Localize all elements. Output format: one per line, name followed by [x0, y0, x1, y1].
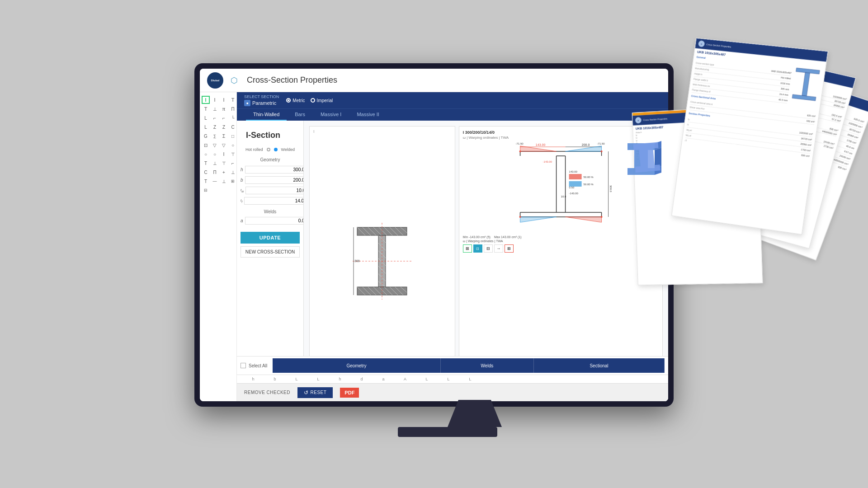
section-icon-2[interactable]: I	[220, 96, 228, 104]
section-icon-30[interactable]: ⊤	[220, 159, 228, 167]
svg-text:10.0: 10.0	[561, 195, 566, 198]
section-type-label[interactable]: Parametric	[252, 100, 276, 106]
section-icon-26[interactable]: I	[220, 150, 228, 158]
col-b: b	[266, 377, 284, 381]
section-icon-6[interactable]: π	[220, 105, 228, 113]
section-icon-24[interactable]: ○	[202, 150, 210, 158]
param-tf-input[interactable]	[244, 197, 304, 205]
section-icon-15[interactable]: C	[229, 123, 237, 131]
section-icon-5[interactable]: ⊥	[211, 105, 219, 113]
select-all-row: Select All	[241, 363, 267, 368]
section-icon-11[interactable]: └	[229, 114, 237, 122]
param-tw-label: tw	[241, 188, 244, 193]
tab-geometry[interactable]: Geometry	[273, 358, 441, 373]
metric-radio[interactable]: Metric	[286, 98, 305, 103]
section-icon-38[interactable]: ⊥	[220, 177, 228, 185]
select-all-checkbox[interactable]	[241, 363, 246, 368]
col-d: d	[353, 377, 371, 381]
report-header-title-1: Cross-Section Properties	[706, 43, 731, 48]
section-icon-10[interactable]: ⌐	[220, 114, 228, 122]
section-icon-25[interactable]: ○	[211, 150, 219, 158]
welded-dot[interactable]	[274, 148, 278, 151]
new-section-button[interactable]: NEW CROSS-SECTION	[241, 246, 300, 258]
section-icon-13[interactable]: Z	[211, 123, 219, 131]
warping-footnote: ω | Warping ordinates | TWA	[463, 239, 659, 243]
tab-welds[interactable]: Welds	[441, 358, 534, 373]
section-icon-3[interactable]: T	[229, 96, 237, 104]
svg-text:-143.00: -143.00	[542, 160, 552, 163]
section-icon-8[interactable]: L	[202, 114, 210, 122]
section-icon-21[interactable]: ▽	[211, 141, 219, 149]
param-a-input[interactable]	[245, 217, 304, 225]
section-icon-14[interactable]: Z	[220, 123, 228, 131]
section-icon-4[interactable]: T	[202, 105, 210, 113]
section-icon-36[interactable]: T	[202, 177, 210, 185]
3d-icon	[618, 139, 664, 179]
warp-toolbar: ⊞ ⊡ ⊟ → ⊞	[463, 244, 659, 253]
svg-point-55	[519, 216, 521, 218]
welded-label: Welded	[281, 147, 295, 152]
section-icon-31[interactable]: ⌐	[229, 159, 237, 167]
section-icon-32[interactable]: C	[202, 168, 210, 176]
param-tf-label: tf	[241, 198, 242, 203]
section-icon-12[interactable]: L	[202, 123, 210, 131]
welds-label: Welds	[241, 209, 300, 214]
pdf-button[interactable]: PDF	[340, 388, 359, 398]
remove-checked-button[interactable]: REMOVE CHECKED	[244, 390, 290, 395]
section-icon-28[interactable]: T	[202, 159, 210, 167]
reset-icon: ↺	[304, 389, 309, 396]
warp-min: -143.00	[469, 235, 480, 239]
content-inner: I-Section Hot rolled Welded Geometry h	[237, 121, 668, 401]
section-icon-23[interactable]: ○	[229, 141, 237, 149]
tab-sectional-area[interactable]: Sectional	[534, 358, 665, 373]
update-button[interactable]: UPDATE	[241, 232, 300, 244]
section-icon-16[interactable]: G	[202, 132, 210, 140]
app-title: Cross-Section Properties	[247, 75, 337, 85]
tab-bars[interactable]: Bars	[288, 109, 312, 121]
section-icon-9[interactable]: ⌐	[211, 114, 219, 122]
svg-rect-72	[796, 68, 820, 74]
warping-title: I 300/200/10/14/0	[463, 130, 659, 135]
section-icon-27[interactable]: ⊤	[229, 150, 237, 158]
param-b-input[interactable]	[245, 176, 304, 184]
section-icon-1[interactable]: I	[211, 96, 219, 104]
section-icon-17[interactable]: ∑	[211, 132, 219, 140]
section-icon-35[interactable]: ⊥	[229, 168, 237, 176]
warp-icon-5[interactable]: ⊞	[505, 244, 514, 253]
param-h-input[interactable]	[245, 166, 304, 174]
svg-text:-143.00: -143.00	[569, 192, 578, 195]
reset-button[interactable]: ↺ RESET	[297, 387, 333, 398]
section-icon-19[interactable]: □	[229, 132, 237, 140]
rolled-welded-toggle: Hot rolled Welded	[241, 147, 300, 152]
warp-icon-4[interactable]: →	[494, 244, 503, 253]
section-icon-29[interactable]: ⊥	[211, 159, 219, 167]
section-icon-18[interactable]: Σ	[220, 132, 228, 140]
warp-icon-2[interactable]: ⊡	[473, 244, 482, 253]
tab-thin-walled[interactable]: Thin-Walled	[246, 109, 287, 121]
radio-group: Metric Imperial	[286, 98, 333, 103]
tab-massive-i[interactable]: Massive I	[313, 109, 349, 121]
svg-point-54	[600, 150, 602, 152]
section-icon-39[interactable]: ⊞	[229, 177, 237, 185]
section-icon-33[interactable]: П	[211, 168, 219, 176]
imperial-radio[interactable]: Imperial	[311, 98, 333, 103]
bottom-section: Select All Geometry Welds Sectional	[237, 356, 668, 401]
section-icon-20[interactable]: ⊡	[202, 141, 210, 149]
section-icon-37[interactable]: —	[211, 177, 219, 185]
hot-rolled-dot[interactable]	[267, 148, 270, 151]
param-tw-input[interactable]	[245, 187, 304, 194]
param-tf: tf mm	[241, 197, 300, 205]
metric-radio-dot	[286, 98, 291, 103]
section-icon-40[interactable]: ⊟	[202, 186, 210, 194]
bottom-tab-tabs: Geometry Welds Sectional	[273, 358, 665, 373]
report-paper-3: D Cross-Section Properties UKB 1016x305x…	[703, 65, 868, 260]
section-icon-7[interactable]: П	[229, 105, 237, 113]
i-section-svg: 300	[353, 221, 411, 302]
section-icon-22[interactable]: ▽	[220, 141, 228, 149]
section-icon-i[interactable]: I	[202, 96, 210, 104]
param-a: a mm	[241, 217, 300, 225]
section-icon-34[interactable]: +	[220, 168, 228, 176]
warp-icon-1[interactable]: ⊞	[463, 244, 472, 253]
tab-massive-ii[interactable]: Massive II	[349, 109, 387, 121]
warp-icon-3[interactable]: ⊟	[484, 244, 493, 253]
